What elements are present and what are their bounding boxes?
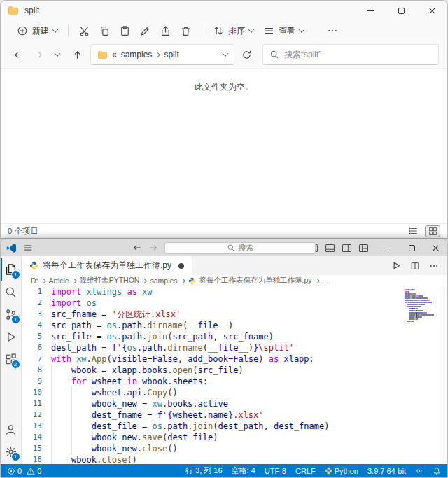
code-line[interactable]: 10 wsheet.api.Copy() xyxy=(22,387,447,398)
breadcrumb-project[interactable]: 降维打击PYTHON xyxy=(80,276,140,286)
arrow-right-icon xyxy=(33,50,43,60)
code-line[interactable]: 2import os xyxy=(22,297,447,309)
account-icon[interactable] xyxy=(1,418,22,440)
line-number: 1 xyxy=(22,286,51,297)
code-line[interactable]: 5src_file = os.path.join(src_path, src_f… xyxy=(22,331,447,342)
broadcast-icon[interactable] xyxy=(415,467,424,475)
extensions-activity-icon[interactable]: 2 xyxy=(1,348,22,370)
chevron-down-icon xyxy=(52,27,58,32)
encoding[interactable]: UTF-8 xyxy=(265,467,286,475)
explorer-activity-icon[interactable]: 1 xyxy=(1,258,22,281)
code-line[interactable]: 12 dest_fname = f'{wsheet.name}.xlsx' xyxy=(22,409,447,421)
split-editor-button[interactable] xyxy=(410,261,420,271)
search-activity-icon[interactable] xyxy=(1,281,22,303)
toggle-secondary-sidebar-icon[interactable] xyxy=(342,244,352,253)
paste-button[interactable] xyxy=(115,22,135,40)
chevron-right-icon xyxy=(155,52,160,57)
nav-forward-button[interactable] xyxy=(148,243,158,253)
folder-content-area[interactable]: 此文件夹为空。 xyxy=(1,68,447,223)
code-line[interactable]: 14 wbook_new.save(dest_file) xyxy=(22,432,447,443)
notifications-bell-icon[interactable] xyxy=(433,467,441,475)
breadcrumb-samples[interactable]: samples xyxy=(121,50,153,59)
editor-more-actions-button[interactable] xyxy=(429,261,439,271)
details-view-button[interactable] xyxy=(405,225,421,237)
code-line[interactable]: 13 dest_file = os.path.join(dest_path, d… xyxy=(22,421,447,432)
more-options-button[interactable] xyxy=(323,22,342,39)
search-icon xyxy=(270,50,279,59)
vscode-statusbar: 0 0 行 3, 列 16 空格: 4 UTF-8 CRLF Python 3.… xyxy=(1,464,447,477)
explorer-toolbar: 新建 排序 xyxy=(1,20,447,41)
rename-button[interactable] xyxy=(135,22,155,40)
customize-layout-icon[interactable] xyxy=(358,244,369,253)
minimap[interactable] xyxy=(405,288,438,322)
code-line[interactable]: 9 for wsheet in wbook.sheets: xyxy=(22,376,447,387)
code-line[interactable]: 4src_path = os.path.dirname(__file__) xyxy=(22,320,447,331)
sort-button[interactable]: 排序 xyxy=(208,22,258,40)
new-button[interactable]: 新建 xyxy=(12,22,62,40)
code-line[interactable]: 3src_fname = '分区统计.xlsx' xyxy=(22,309,447,320)
eol-sequence[interactable]: CRLF xyxy=(295,467,316,475)
modified-dot-icon[interactable] xyxy=(178,263,184,269)
run-debug-activity-icon[interactable] xyxy=(1,325,22,348)
breadcrumb-article[interactable]: Article xyxy=(49,276,69,285)
minimize-button[interactable] xyxy=(376,239,400,256)
copy-button[interactable] xyxy=(94,22,115,40)
chevron-down-icon xyxy=(55,50,60,56)
forward-button[interactable] xyxy=(29,45,47,64)
run-python-file-button[interactable] xyxy=(391,260,401,271)
chevron-down-icon xyxy=(299,27,304,32)
activity-bar: 1 1 2 1 xyxy=(1,256,22,464)
breadcrumb-drive[interactable]: D: xyxy=(31,276,38,285)
source-control-activity-icon[interactable]: 1 xyxy=(1,303,22,325)
code-area[interactable]: 1import xlwings as xw2import os3src_fnam… xyxy=(22,286,447,464)
up-button[interactable] xyxy=(68,45,86,64)
settings-gear-icon[interactable]: 1 xyxy=(1,440,22,463)
ellipsis-icon xyxy=(429,261,439,271)
close-button[interactable] xyxy=(424,239,447,256)
maximize-button[interactable] xyxy=(386,1,416,20)
indentation[interactable]: 空格: 4 xyxy=(232,465,255,476)
problems-indicator[interactable]: 0 0 xyxy=(7,467,41,475)
toggle-panel-icon[interactable] xyxy=(325,244,335,253)
copy-icon xyxy=(99,25,111,37)
menu-icon[interactable] xyxy=(23,243,33,253)
chevron-down-icon[interactable] xyxy=(223,50,228,56)
code-line[interactable]: 1import xlwings as xw xyxy=(22,286,447,297)
breadcrumb-symbol[interactable]: ... xyxy=(323,276,329,285)
recent-locations-button[interactable] xyxy=(48,45,66,64)
close-button[interactable] xyxy=(416,1,447,20)
address-box[interactable]: « samples split xyxy=(90,44,234,65)
large-icons-view-button[interactable] xyxy=(425,225,440,237)
breadcrumb-split[interactable]: split xyxy=(164,50,178,59)
share-button[interactable] xyxy=(155,22,176,40)
code-line[interactable]: 7with xw.App(visible=False, add_book=Fal… xyxy=(22,353,447,365)
language-mode[interactable]: Python xyxy=(325,467,358,475)
code-line[interactable]: 15 wbook_new.close() xyxy=(22,443,447,454)
maximize-button[interactable] xyxy=(400,239,424,256)
cursor-position[interactable]: 行 3, 列 16 xyxy=(186,465,223,476)
code-line[interactable]: 11 wbook_new = xw.books.active xyxy=(22,398,447,409)
delete-button[interactable] xyxy=(176,22,196,40)
back-button[interactable] xyxy=(9,45,27,64)
python-interpreter[interactable]: 3.9.7 64-bit xyxy=(368,467,406,475)
breadcrumb-samples[interactable]: samples xyxy=(150,276,177,285)
view-button[interactable]: 查看 xyxy=(258,22,309,40)
cut-button[interactable] xyxy=(74,22,94,40)
minimize-button[interactable] xyxy=(355,1,386,20)
refresh-button[interactable] xyxy=(237,45,255,64)
code-editor[interactable]: 1import xlwings as xw2import os3src_fnam… xyxy=(22,286,447,464)
breadcrumb-file[interactable]: 将每个工作表保存为单独工作簿.py xyxy=(200,276,312,286)
nav-back-button[interactable] xyxy=(132,243,142,253)
tab-active-file[interactable]: 将每个工作表保存为单独工作簿.py xyxy=(22,256,192,275)
code-line[interactable]: 6dest_path = f'{os.path.dirname(__file__… xyxy=(22,342,447,353)
code-line[interactable]: 16 wbook.close() xyxy=(22,454,447,464)
search-input[interactable] xyxy=(284,50,432,59)
code-line[interactable]: 8 wbook = xlapp.books.open(src_file) xyxy=(22,365,447,376)
line-number: 3 xyxy=(22,309,51,320)
editor-scrollbar[interactable] xyxy=(440,286,447,464)
command-center-search[interactable]: 搜索 xyxy=(164,242,316,254)
path-truncation-mark[interactable]: « xyxy=(112,50,117,59)
line-number: 5 xyxy=(22,331,51,342)
tab-title: 将每个工作表保存为单独工作簿.py xyxy=(43,260,172,272)
explorer-search[interactable] xyxy=(262,44,439,65)
